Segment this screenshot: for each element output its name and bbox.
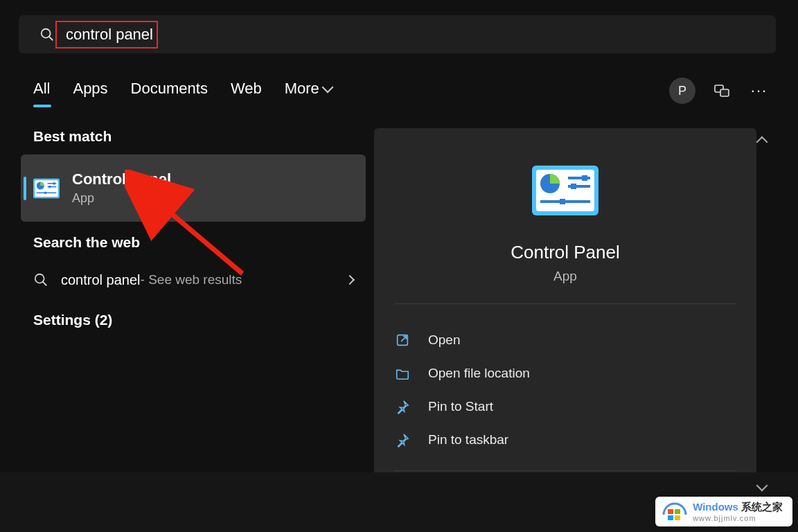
selection-accent <box>24 177 26 200</box>
chevron-down-icon <box>321 82 333 94</box>
chat-icon[interactable] <box>711 80 733 102</box>
web-result-query: control panel <box>61 272 141 288</box>
svg-rect-21 <box>571 184 576 189</box>
search-input[interactable] <box>66 26 776 44</box>
pin-icon <box>395 399 410 414</box>
scroll-down[interactable] <box>752 479 772 496</box>
svg-line-1 <box>49 36 53 40</box>
divider <box>395 470 736 471</box>
tab-documents[interactable]: Documents <box>131 80 208 105</box>
best-match-text: Control Panel App <box>72 170 171 206</box>
best-match-title: Control Panel <box>72 170 171 188</box>
search-icon <box>33 272 48 287</box>
best-match-heading: Best match <box>33 128 366 145</box>
action-label: Pin to taskbar <box>428 432 508 447</box>
filter-tabs: All Apps Documents Web More <box>33 80 332 105</box>
watermark-url: www.bjjmlv.com <box>693 514 783 522</box>
action-pin-start[interactable]: Pin to Start <box>395 390 736 423</box>
settings-heading: Settings (2) <box>33 312 366 328</box>
best-match-subtitle: App <box>72 191 171 206</box>
svg-point-13 <box>35 274 44 283</box>
chevron-right-icon <box>345 275 355 285</box>
svg-rect-28 <box>675 509 680 514</box>
svg-rect-19 <box>582 175 587 181</box>
action-pin-taskbar[interactable]: Pin to taskbar <box>395 423 736 456</box>
preview-title: Control Panel <box>395 242 736 263</box>
user-avatar[interactable]: P <box>669 78 695 104</box>
web-result[interactable]: control panel - See web results <box>21 260 366 299</box>
open-icon <box>395 332 410 348</box>
action-open-location[interactable]: Open file location <box>395 357 736 390</box>
tab-more-label: More <box>285 80 319 98</box>
svg-rect-23 <box>560 199 565 204</box>
pin-icon <box>395 432 410 447</box>
scroll-up[interactable] <box>752 132 772 148</box>
action-label: Open file location <box>428 366 530 381</box>
svg-point-0 <box>42 28 51 37</box>
action-open[interactable]: Open <box>395 323 736 357</box>
watermark: Windows 系统之家 www.bjjmlv.com <box>655 497 792 526</box>
more-options-icon[interactable]: ··· <box>748 80 770 102</box>
control-panel-icon <box>33 175 60 202</box>
svg-rect-3 <box>720 89 729 96</box>
svg-rect-10 <box>48 186 51 188</box>
search-web-heading: Search the web <box>33 234 366 251</box>
action-label: Pin to Start <box>428 399 493 414</box>
tab-all[interactable]: All <box>33 80 50 105</box>
svg-rect-27 <box>668 509 673 514</box>
windows-logo-icon <box>661 501 689 529</box>
watermark-brand: Windows 系统之家 <box>693 501 783 514</box>
svg-rect-30 <box>675 515 680 520</box>
action-label: Open <box>428 332 460 348</box>
header-right-controls: P ··· <box>669 78 770 104</box>
search-bar[interactable] <box>19 15 776 53</box>
divider <box>395 303 736 304</box>
svg-rect-29 <box>668 515 673 520</box>
svg-line-14 <box>43 282 47 286</box>
web-result-hint: - See web results <box>141 272 242 287</box>
tab-web[interactable]: Web <box>231 80 262 105</box>
preview-subtitle: App <box>395 269 736 284</box>
preview-panel: Control Panel App Open Open file locatio… <box>374 128 756 502</box>
best-match-result[interactable]: Control Panel App <box>21 154 366 222</box>
control-panel-icon <box>532 166 598 215</box>
svg-rect-8 <box>53 182 55 184</box>
search-icon <box>39 27 55 42</box>
tab-more[interactable]: More <box>285 80 332 105</box>
svg-rect-12 <box>44 191 46 193</box>
results-left-column: Best match Control Panel App Search the … <box>21 128 366 338</box>
folder-icon <box>395 366 410 381</box>
tab-apps[interactable]: Apps <box>73 80 107 105</box>
